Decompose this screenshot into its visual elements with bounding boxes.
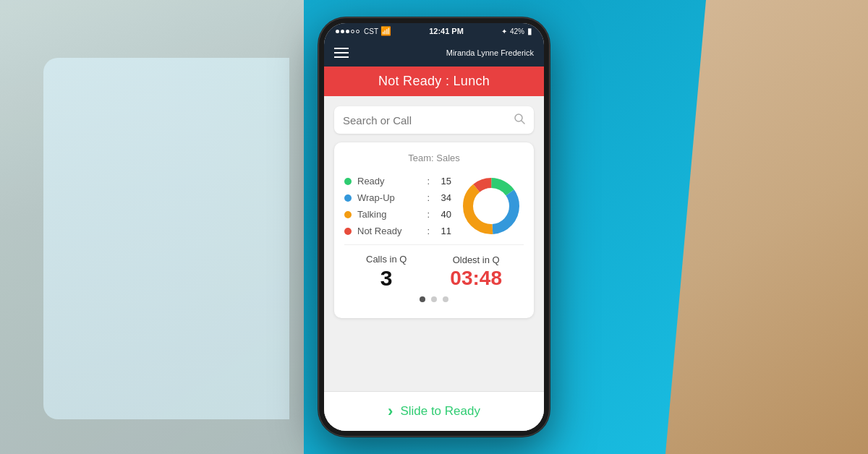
oldest-in-q-value: 03:48 xyxy=(450,268,502,288)
talking-value: 40 xyxy=(437,209,451,220)
ready-dot xyxy=(344,178,352,185)
wrapup-colon: : xyxy=(427,192,430,203)
talking-colon: : xyxy=(427,209,430,220)
notready-label: Not Ready xyxy=(357,226,420,236)
status-bar-right: ✦ 42% ▮ xyxy=(501,26,532,36)
signal-dot-1 xyxy=(336,30,339,33)
notready-dot xyxy=(344,228,352,235)
page-dot-1[interactable] xyxy=(420,296,425,302)
slide-to-ready[interactable]: › Slide to Ready xyxy=(324,391,544,431)
battery-icon: ▮ xyxy=(527,26,532,36)
legend-item-wrapup: Wrap-Up : 34 xyxy=(344,192,451,203)
calls-in-q-label: Calls in Q xyxy=(366,254,407,265)
phone-screen: CST 📶 12:41 PM ✦ 42% ▮ Miranda Lynne Fre… xyxy=(324,23,544,431)
svg-line-1 xyxy=(522,121,524,124)
ready-label: Ready xyxy=(357,176,420,187)
time-display: 12:41 PM xyxy=(429,27,464,35)
battery-percent: 42% xyxy=(510,27,524,35)
calls-in-q: Calls in Q 3 xyxy=(366,254,407,289)
user-name: Miranda Lynne Frederick xyxy=(446,48,534,57)
donut-chart xyxy=(459,174,524,239)
talking-label: Talking xyxy=(357,209,420,220)
page-dot-2[interactable] xyxy=(431,296,437,302)
team-title: Team: Sales xyxy=(344,153,524,163)
slide-to-ready-label: Slide to Ready xyxy=(400,404,480,419)
status-header[interactable]: Not Ready : Lunch xyxy=(324,67,544,96)
team-data: Ready : 15 Wrap-Up : 34 xyxy=(344,174,524,239)
phone-device: CST 📶 12:41 PM ✦ 42% ▮ Miranda Lynne Fre… xyxy=(318,17,550,437)
signal-dot-5 xyxy=(356,30,359,33)
ready-colon: : xyxy=(427,176,430,187)
carrier-text: CST xyxy=(364,27,378,35)
legend-item-talking: Talking : 40 xyxy=(344,209,451,220)
signal-indicator xyxy=(336,30,359,33)
notready-colon: : xyxy=(427,226,430,236)
page-dots xyxy=(344,289,524,308)
team-legend: Ready : 15 Wrap-Up : 34 xyxy=(344,176,451,236)
legend-item-ready: Ready : 15 xyxy=(344,176,451,187)
menu-button[interactable] xyxy=(334,48,349,58)
signal-dot-2 xyxy=(341,30,344,33)
ready-value: 15 xyxy=(437,176,451,187)
notready-value: 11 xyxy=(437,226,451,236)
search-bar[interactable] xyxy=(334,106,534,134)
calls-in-q-value: 3 xyxy=(380,267,393,289)
signal-dot-4 xyxy=(351,30,354,33)
talking-dot xyxy=(344,211,352,218)
phone-wrapper: CST 📶 12:41 PM ✦ 42% ▮ Miranda Lynne Fre… xyxy=(318,17,550,437)
hamburger-line-3 xyxy=(334,56,349,58)
hamburger-line-1 xyxy=(334,48,349,49)
wrapup-value: 34 xyxy=(437,192,451,203)
search-input[interactable] xyxy=(343,114,508,127)
wrapup-dot xyxy=(344,194,352,202)
donut-center xyxy=(475,190,507,222)
hamburger-line-2 xyxy=(334,52,349,53)
wifi-icon: 📶 xyxy=(380,26,391,36)
queue-stats: Calls in Q 3 Oldest in Q 03:48 xyxy=(344,244,524,289)
wrapup-label: Wrap-Up xyxy=(357,192,420,203)
legend-item-notready: Not Ready : 11 xyxy=(344,226,451,236)
status-bar-left: CST 📶 xyxy=(336,26,391,36)
signal-dot-3 xyxy=(346,30,349,33)
status-bar: CST 📶 12:41 PM ✦ 42% ▮ xyxy=(324,23,544,39)
nav-bar: Miranda Lynne Frederick xyxy=(324,39,544,67)
donut-svg xyxy=(459,174,524,239)
oldest-in-q: Oldest in Q 03:48 xyxy=(450,254,502,288)
shirt-area xyxy=(43,58,289,419)
oldest-in-q-label: Oldest in Q xyxy=(453,254,500,265)
person-background-left xyxy=(0,0,304,454)
team-card: Team: Sales Ready : 15 xyxy=(334,142,534,318)
main-content: Team: Sales Ready : 15 xyxy=(324,96,544,391)
chevron-right-icon: › xyxy=(388,402,393,421)
bluetooth-icon: ✦ xyxy=(501,27,507,35)
search-icon xyxy=(514,113,525,127)
page-dot-3[interactable] xyxy=(443,296,448,302)
